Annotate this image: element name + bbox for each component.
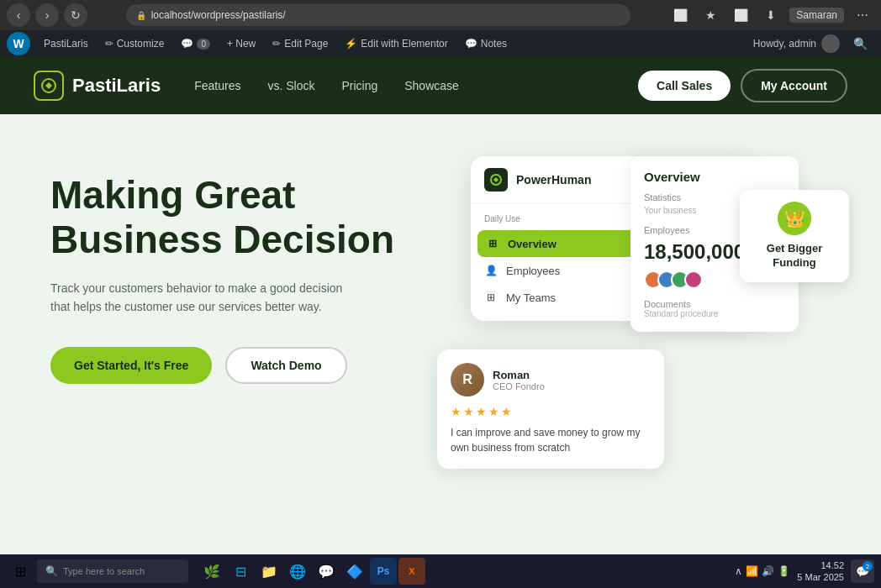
hero-title-line2: Business Decision [50, 218, 394, 261]
cast-button[interactable]: ⬜ [668, 3, 692, 27]
reviewer-avatar-inner: R [451, 363, 484, 396]
teams-label: My Teams [506, 291, 556, 304]
taskbar: ⊞ 🔍 Type here to search 🌿 ⊟ 📁 🌐 💬 🔷 Ps X… [0, 554, 881, 588]
edit-elementor-label: Edit with Elementor [361, 38, 447, 50]
funding-icon: 👑 [778, 202, 811, 235]
edit-page-label: Edit Page [284, 38, 328, 50]
browser-actions: ⬜ ★ ⬜ ⬇ Samaran ⋯ [668, 3, 874, 27]
taskbar-app-xampp[interactable]: X [398, 558, 425, 585]
taskbar-app-ps[interactable]: Ps [370, 558, 397, 585]
overview-title: Overview [644, 170, 785, 184]
notes-label: Notes [481, 38, 507, 50]
customize-label: Customize [117, 38, 165, 50]
taskbar-search-icon: 🔍 [45, 565, 58, 577]
nav-link-vs-slock[interactable]: vs. Slock [267, 79, 314, 92]
wp-logo[interactable]: W [7, 32, 30, 55]
call-sales-button[interactable]: Call Sales [638, 71, 731, 101]
taskbar-clock[interactable]: 14.52 5 Mar 2025 [797, 559, 844, 584]
my-account-button[interactable]: My Account [741, 69, 847, 102]
battery-icon[interactable]: 🔋 [778, 565, 790, 577]
taskbar-app-files[interactable]: 📁 [256, 558, 282, 585]
wifi-icon[interactable]: 📶 [746, 565, 758, 577]
back-button[interactable]: ‹ [7, 3, 30, 27]
taskbar-icons: 🌿 ⊟ 📁 🌐 💬 🔷 Ps X [198, 558, 425, 585]
hero-right: PowerHuman Daily Use ⊞ Overview 👤 Employ… [437, 156, 831, 588]
hero-subtitle: Track your customers behavior to make a … [50, 279, 353, 317]
logo-text: PastiLaris [72, 75, 161, 97]
extensions-button[interactable]: ⬜ [729, 3, 752, 27]
comments-icon: 💬 [181, 38, 193, 50]
url-bar[interactable]: 🔒 localhost/wordpress/pastilaris/ [126, 4, 630, 26]
taskbar-app-whatsapp[interactable]: 💬 [313, 558, 340, 585]
clock-date: 5 Mar 2025 [797, 571, 844, 583]
hero-buttons: Get Started, It's Free Watch Demo [50, 347, 437, 384]
wp-site-name[interactable]: PastiLaris [37, 30, 95, 57]
more-button[interactable]: ⋯ [851, 3, 874, 27]
taskbar-sys-icons: ∧ 📶 🔊 🔋 [735, 565, 790, 577]
hero-section: Making Great Business Decision Track you… [0, 114, 881, 588]
overview-icon: ⊞ [486, 237, 499, 250]
comments-count: 0 [197, 39, 210, 50]
wp-edit-elementor[interactable]: ⚡ Edit with Elementor [338, 30, 454, 57]
site-name-label: PastiLaris [44, 38, 88, 50]
overview-label: Overview [508, 238, 557, 250]
review-card: R Roman CEO Fondro ★★★★★ I can improve a… [437, 349, 664, 469]
wp-search-icon[interactable]: 🔍 [847, 37, 874, 50]
wp-admin-right: Howdy, admin 🔍 [746, 34, 874, 53]
download-button[interactable]: ⬇ [759, 3, 783, 27]
notification-badge: 2 [863, 561, 873, 571]
wp-notes[interactable]: 💬 Notes [458, 30, 514, 57]
wp-customize[interactable]: ✏ Customize [98, 30, 171, 57]
volume-icon[interactable]: 🔊 [762, 565, 774, 577]
review-text: I can improve and save money to grow my … [451, 425, 651, 455]
browser-chrome: ‹ › ↻ 🔒 localhost/wordpress/pastilaris/ … [0, 0, 881, 30]
standard-procedure-label: Standard procedure [644, 309, 785, 318]
watch-demo-button[interactable]: Watch Demo [225, 347, 346, 384]
start-button[interactable]: ⊞ [7, 558, 34, 585]
nav-links: Features vs. Slock Pricing Showcase [194, 79, 638, 92]
lock-icon: 🔒 [136, 11, 146, 20]
hero-left: Making Great Business Decision Track you… [50, 156, 437, 384]
get-started-button[interactable]: Get Started, It's Free [50, 347, 212, 384]
bookmark-button[interactable]: ★ [699, 3, 722, 27]
nav-link-showcase[interactable]: Showcase [404, 79, 459, 92]
taskbar-app-plants[interactable]: 🌿 [198, 558, 225, 585]
wp-edit-page[interactable]: ✏ Edit Page [266, 30, 335, 57]
review-stars: ★★★★★ [451, 405, 651, 418]
employees-label: Employees [506, 265, 560, 277]
chevron-up-icon[interactable]: ∧ [735, 565, 742, 577]
funding-text: Get Bigger Funding [750, 242, 839, 270]
teams-icon: ⊞ [484, 291, 498, 304]
forward-button[interactable]: › [35, 3, 59, 27]
taskbar-right: ∧ 📶 🔊 🔋 14.52 5 Mar 2025 💬 2 [735, 559, 874, 584]
notification-button[interactable]: 💬 2 [851, 559, 874, 583]
nav-link-features[interactable]: Features [194, 79, 240, 92]
browser-profile[interactable]: Samaran [789, 8, 844, 23]
employees-icon: 👤 [484, 264, 498, 277]
reviewer-avatar: R [451, 363, 484, 396]
taskbar-app-windows[interactable]: ⊟ [227, 558, 254, 585]
taskbar-search[interactable]: 🔍 Type here to search [37, 559, 188, 583]
dashboard-logo [484, 168, 508, 192]
nav-logo[interactable]: PastiLaris [34, 71, 161, 101]
funding-badge: 👑 Get Bigger Funding [740, 190, 849, 282]
nav-actions: Call Sales My Account [638, 69, 847, 102]
reload-button[interactable]: ↻ [64, 3, 87, 27]
taskbar-app-chrome[interactable]: 🌐 [284, 558, 311, 585]
hero-title: Making Great Business Decision [50, 173, 437, 262]
edit-page-icon: ✏ [272, 38, 281, 50]
wp-howdy[interactable]: Howdy, admin [746, 34, 847, 53]
new-label: + New [227, 38, 256, 50]
taskbar-app-vscode[interactable]: 🔷 [341, 558, 368, 585]
reviewer-name: Roman [493, 369, 545, 381]
nav-link-pricing[interactable]: Pricing [341, 79, 377, 92]
wp-avatar [821, 34, 840, 53]
wp-comments[interactable]: 💬 0 [174, 30, 217, 57]
url-text: localhost/wordpress/pastilaris/ [151, 9, 286, 21]
review-header: R Roman CEO Fondro [451, 363, 651, 396]
taskbar-search-text: Type here to search [63, 566, 145, 576]
elementor-icon: ⚡ [345, 38, 357, 50]
hero-title-line1: Making Great [50, 173, 295, 217]
wp-new[interactable]: + New [220, 30, 262, 57]
howdy-label: Howdy, admin [753, 38, 816, 50]
